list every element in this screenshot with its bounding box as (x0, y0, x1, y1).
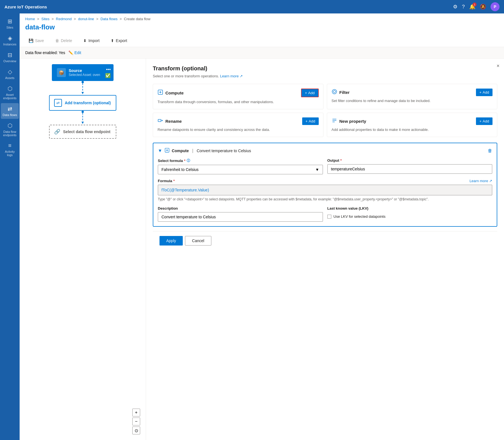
compute-delete-icon[interactable]: 🗑 (488, 148, 492, 153)
new-property-add-button[interactable]: + Add (476, 117, 493, 125)
compute-expanded-title: Compute (172, 149, 189, 153)
breadcrumb-home[interactable]: Home (25, 17, 35, 21)
source-node-more-icon[interactable]: ••• (106, 67, 111, 72)
endpoint-node-icon: 🔗 (54, 129, 60, 135)
new-property-add-label: Add (483, 119, 489, 123)
save-icon: 💾 (29, 38, 33, 43)
lkv-group: Last known value (LKV) Use LKV for selec… (327, 206, 493, 222)
output-input[interactable] (327, 164, 493, 174)
data-flow-endpoints-icon: ⬡ (8, 122, 12, 129)
output-group: Output * (327, 158, 493, 174)
desc-lkv-row: Description Last known value (LKV) Use L… (158, 206, 492, 222)
connector-dot-2 (82, 111, 84, 113)
main-content: Home > Sites > Redmond > donut-line > Da… (20, 13, 504, 440)
panel-subtitle-text: Select one or more transform operations. (153, 74, 219, 78)
sites-icon: ⊞ (8, 18, 12, 25)
rename-add-button[interactable]: + Add (302, 117, 319, 125)
instances-icon: ◈ (8, 35, 12, 41)
delete-button[interactable]: 🗑 Delete (52, 37, 75, 45)
panel-subtitle: Select one or more transform operations.… (153, 74, 497, 78)
flow-connector-2: ▼ (81, 111, 85, 125)
breadcrumb-sites[interactable]: Sites (41, 17, 50, 21)
breadcrumb-donut-line[interactable]: donut-line (78, 17, 94, 21)
breadcrumb-data-flows[interactable]: Data flows (100, 17, 117, 21)
flow-line-2 (82, 113, 83, 120)
sidebar-item-instances[interactable]: ◈ Instances (1, 33, 19, 48)
edit-button[interactable]: ✏️ Edit (68, 50, 81, 55)
description-input[interactable] (158, 212, 323, 222)
alert-icon[interactable]: 🔕 (480, 4, 486, 10)
sidebar-item-data-flows[interactable]: ⇄ Data flows (1, 103, 19, 119)
formula-code-input[interactable]: fToC(@Temperature.Value) (158, 185, 492, 195)
notification-badge-count: 1 (473, 3, 477, 6)
rename-card-header: Rename + Add (158, 117, 319, 125)
breadcrumb-redmond[interactable]: Redmond (56, 17, 71, 21)
delete-icon: 🗑 (55, 38, 59, 43)
source-node-check-icon: ✅ (105, 73, 111, 78)
flow-canvas: 📦 Source Selected Asset: oven ••• ✅ ▼ (20, 59, 146, 440)
page-body: Data flow enabled: Yes ✏️ Edit 📦 Source … (20, 47, 504, 440)
source-node[interactable]: 📦 Source Selected Asset: oven ••• ✅ (52, 64, 114, 81)
sidebar-item-data-flows-label: Data flows (3, 113, 17, 117)
edit-icon: ✏️ (68, 50, 73, 55)
rename-card-desc: Rename datapoints to ensure clarity and … (158, 127, 319, 132)
sidebar-item-sites[interactable]: ⊞ Sites (1, 16, 19, 31)
formula-learn-more-link[interactable]: Learn more ↗ (470, 179, 492, 183)
export-button[interactable]: ⬆ Export (107, 37, 130, 45)
settings-icon[interactable]: ⚙ (453, 4, 457, 10)
breadcrumb-sep2: > (52, 17, 54, 21)
new-property-card-title-row: New property (332, 118, 366, 125)
sidebar-item-asset-endpoints[interactable]: ⬡ Asset endpoints (1, 83, 19, 102)
import-button[interactable]: ⬇ Import (80, 37, 103, 45)
edit-label: Edit (74, 50, 81, 55)
cancel-button[interactable]: Cancel (185, 236, 211, 246)
compute-add-plus-icon: + (305, 91, 307, 95)
source-node-label: Source (69, 68, 100, 73)
filter-add-button[interactable]: + Add (476, 89, 493, 96)
apply-button[interactable]: Apply (159, 236, 183, 246)
avatar[interactable]: P (491, 2, 500, 11)
endpoint-node[interactable]: 🔗 Select data flow endpoint (49, 125, 116, 139)
sidebar-item-asset-endpoints-label: Asset endpoints (2, 93, 18, 100)
filter-card: Filter + Add Set filter conditions to re… (327, 84, 498, 109)
panel-title: Transform (optional) (153, 65, 497, 72)
lkv-checkbox-row: Use LKV for selected datapoints (327, 212, 493, 219)
formula-learn-more-label: Learn more (470, 179, 488, 183)
help-icon[interactable]: ? (462, 4, 465, 10)
compute-collapse-icon[interactable]: ▼ (158, 148, 162, 153)
panel-close-button[interactable]: × (496, 63, 500, 69)
sidebar-item-activity-logs[interactable]: ≡ Activity logs (1, 140, 19, 159)
transform-panel: × Transform (optional) Select one or mor… (146, 59, 504, 440)
new-property-card-title: New property (339, 119, 366, 124)
zoom-in-button[interactable]: + (132, 409, 140, 416)
formula-select-dropdown[interactable]: Fahrenheit to Celsius ▼ (158, 165, 323, 174)
compute-card-desc: Transform data through conversions, form… (158, 99, 319, 105)
lkv-checkbox[interactable] (327, 215, 331, 219)
filter-card-icon (332, 89, 337, 96)
flow-enabled-label: Data flow enabled: Yes (25, 50, 65, 55)
save-button[interactable]: 💾 Save (25, 37, 47, 45)
sidebar-item-overview[interactable]: ⊟ Overview (1, 49, 19, 65)
zoom-out-button[interactable]: − (132, 418, 140, 425)
transform-node[interactable]: ⇄ Add transform (optional) (49, 95, 116, 111)
sidebar-item-data-flow-endpoints[interactable]: ⬡ Data flow endpoints (1, 120, 19, 139)
notification-bell[interactable]: 🔔 1 (469, 4, 475, 10)
lkv-checkbox-label: Use LKV for selected datapoints (334, 214, 386, 219)
panel-learn-more-link[interactable]: Learn more ↗ (220, 74, 243, 78)
transform-node-icon: ⇄ (54, 99, 62, 107)
formula-select-value: Fahrenheit to Celsius (161, 167, 198, 172)
description-group: Description (158, 206, 323, 222)
new-property-card-header: New property + Add (332, 117, 493, 125)
compute-add-button[interactable]: + Add (301, 89, 319, 97)
zoom-fit-button[interactable]: ⊙ (132, 427, 140, 434)
sidebar-item-assets[interactable]: ◇ Assets (1, 66, 19, 82)
learn-more-label: Learn more (220, 74, 239, 78)
flow-arrow-2: ▼ (81, 120, 85, 125)
sidebar-item-instances-label: Instances (3, 43, 16, 46)
compute-divider: | (192, 148, 193, 153)
top-nav-icons: ⚙ ? 🔔 1 🔕 P (453, 2, 500, 11)
formula-label-text: Select formula (158, 159, 183, 163)
asset-endpoints-icon: ⬡ (8, 85, 12, 92)
overview-icon: ⊟ (8, 52, 12, 58)
output-label: Output * (327, 158, 493, 163)
